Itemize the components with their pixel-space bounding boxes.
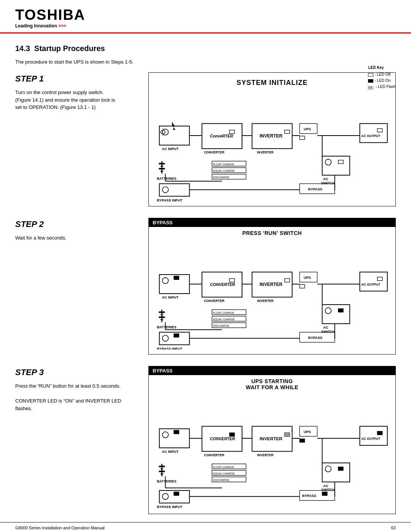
tagline: Leading Innovation >>> bbox=[15, 23, 396, 29]
svg-line-2 bbox=[370, 87, 371, 89]
svg-point-146 bbox=[325, 466, 331, 472]
svg-line-1 bbox=[369, 87, 370, 89]
svg-line-3 bbox=[371, 87, 372, 89]
svg-point-154 bbox=[162, 494, 169, 500]
step-2-section: STEP 2 Wait for a few seconds. BYPASS PR… bbox=[15, 218, 396, 355]
step-1-diagram-title: SYSTEM INITIALIZE bbox=[149, 73, 395, 93]
svg-text:FLOAT CHARGE: FLOAT CHARGE bbox=[213, 311, 234, 314]
svg-text:UPS: UPS bbox=[304, 430, 311, 434]
svg-text:BYPASS: BYPASS bbox=[308, 187, 322, 191]
svg-text:BYPASS INPUT: BYPASS INPUT bbox=[157, 505, 183, 509]
svg-rect-145 bbox=[322, 463, 350, 482]
svg-text:EQUAL CHARGE: EQUAL CHARGE bbox=[213, 472, 235, 475]
step-2-diagram-header: BYPASS bbox=[149, 218, 395, 227]
svg-text:CONVERTER: CONVERTER bbox=[204, 299, 225, 303]
svg-text:AC: AC bbox=[323, 484, 328, 488]
step-3-label: STEP 3 bbox=[15, 366, 137, 379]
svg-text:INVERTER: INVERTER bbox=[257, 453, 274, 457]
svg-text:BATTERIES: BATTERIES bbox=[157, 325, 176, 329]
svg-text:INVERTER: INVERTER bbox=[260, 436, 282, 441]
svg-text:AC OUTPUT: AC OUTPUT bbox=[361, 437, 381, 441]
step-1-text: STEP 1 Turn on the control power supply … bbox=[15, 72, 137, 111]
svg-point-50 bbox=[162, 187, 169, 193]
svg-rect-150 bbox=[360, 426, 387, 445]
step-3-section: STEP 3 Press the “RUN” button for at lea… bbox=[15, 366, 396, 514]
svg-rect-115 bbox=[174, 430, 179, 434]
svg-text:DISCHARGE: DISCHARGE bbox=[213, 478, 229, 482]
svg-text:SWITCH: SWITCH bbox=[321, 329, 335, 333]
svg-text:INVERTER: INVERTER bbox=[260, 133, 282, 139]
step-3-diagram-header: BYPASS bbox=[149, 366, 395, 375]
svg-point-101 bbox=[162, 335, 169, 341]
led-key: LED Key - LED Off - LED On - LED Flash bbox=[368, 65, 396, 90]
step-1-diagram: SYSTEM INITIALIZE AC INPUT bbox=[148, 72, 396, 206]
svg-text:UPS: UPS bbox=[304, 127, 311, 131]
svg-text:BYPASS INPUT: BYPASS INPUT bbox=[157, 347, 183, 350]
step-2-diagram-title: PRESS 'RUN' SWITCH bbox=[149, 227, 395, 241]
footer-right: 63 bbox=[391, 526, 396, 530]
main-content: 14.3 Startup Procedures The procedure to… bbox=[0, 34, 411, 532]
svg-rect-158 bbox=[322, 492, 327, 495]
svg-text:BATTERIES: BATTERIES bbox=[157, 177, 176, 181]
svg-rect-66 bbox=[229, 278, 234, 282]
svg-text:INVERTER: INVERTER bbox=[257, 299, 274, 303]
svg-text:FLOAT CHARGE: FLOAT CHARGE bbox=[213, 163, 234, 166]
svg-point-42 bbox=[325, 159, 331, 165]
intro-text: The procedure to start the UPS is shown … bbox=[15, 59, 396, 65]
svg-text:CONVERTER: CONVERTER bbox=[210, 436, 235, 441]
svg-text:SWITCH: SWITCH bbox=[321, 181, 335, 185]
svg-rect-92 bbox=[322, 305, 350, 324]
svg-text:EQUAL CHARGE: EQUAL CHARGE bbox=[213, 169, 235, 173]
step-3-diagram-title: UPS STARTINGWAIT FOR A WHILE bbox=[149, 375, 395, 396]
svg-text:AC INPUT: AC INPUT bbox=[162, 147, 178, 151]
svg-text:1: 1 bbox=[291, 429, 293, 433]
svg-point-61 bbox=[162, 277, 169, 283]
svg-rect-49 bbox=[159, 184, 190, 196]
svg-rect-118 bbox=[229, 433, 234, 436]
svg-point-93 bbox=[325, 307, 331, 313]
toshiba-logo: TOSHIBA bbox=[15, 7, 396, 23]
svg-rect-152 bbox=[377, 431, 382, 435]
step-3-svg: AC INPUT CONVERTER CONVERTER BATTERI bbox=[149, 396, 395, 514]
svg-text:CONVERTER: CONVERTER bbox=[210, 282, 235, 287]
svg-rect-16 bbox=[229, 130, 234, 134]
svg-rect-96 bbox=[338, 308, 343, 312]
svg-rect-99 bbox=[378, 277, 382, 280]
svg-rect-90 bbox=[299, 284, 304, 288]
svg-text:AC OUTPUT: AC OUTPUT bbox=[361, 134, 381, 138]
step-2-diagram: BYPASS PRESS 'RUN' SWITCH AC INPUT CONVE… bbox=[148, 218, 396, 355]
section-heading: 14.3 Startup Procedures bbox=[15, 44, 396, 53]
svg-text:SWITCH: SWITCH bbox=[321, 488, 335, 492]
svg-text:BYPASS INPUT: BYPASS INPUT bbox=[157, 198, 183, 201]
svg-rect-48 bbox=[378, 129, 382, 132]
step-2-svg: AC INPUT CONVERTER CONVERTER BATTERI bbox=[149, 241, 395, 355]
svg-text:INVERTER: INVERTER bbox=[260, 282, 282, 287]
footer-left: G8000 Series Installation and Operation … bbox=[15, 526, 105, 530]
page-footer: G8000 Series Installation and Operation … bbox=[0, 522, 411, 532]
svg-text:BYPASS: BYPASS bbox=[302, 494, 316, 498]
svg-rect-149 bbox=[338, 467, 343, 470]
svg-text:BATTERIES: BATTERIES bbox=[157, 479, 176, 483]
svg-text:AC: AC bbox=[323, 177, 328, 181]
svg-rect-63 bbox=[174, 276, 179, 279]
svg-rect-46 bbox=[360, 123, 387, 142]
svg-text:BYPASS: BYPASS bbox=[308, 335, 322, 339]
svg-text:AC: AC bbox=[323, 326, 328, 329]
step-3-diagram: BYPASS UPS STARTINGWAIT FOR A WHILE AC I… bbox=[148, 366, 396, 514]
svg-text:FLOAT CHARGE: FLOAT CHARGE bbox=[213, 465, 234, 469]
svg-text:DISCHARGE: DISCHARGE bbox=[213, 176, 229, 179]
svg-rect-41 bbox=[322, 156, 350, 175]
step-1-section: STEP 1 Turn on the control power supply … bbox=[15, 72, 396, 206]
svg-text:UPS: UPS bbox=[304, 275, 311, 279]
step-3-text: STEP 3 Press the “RUN” button for at lea… bbox=[15, 366, 137, 412]
svg-rect-39 bbox=[299, 136, 304, 139]
svg-rect-85 bbox=[285, 278, 290, 282]
svg-text:CONVERTER: CONVERTER bbox=[204, 150, 225, 154]
svg-rect-143 bbox=[299, 439, 304, 442]
step-1-label: STEP 1 bbox=[15, 72, 137, 85]
svg-text:CONVERTER: CONVERTER bbox=[204, 453, 225, 457]
svg-text:AC INPUT: AC INPUT bbox=[162, 296, 178, 299]
svg-rect-102 bbox=[174, 334, 179, 337]
svg-rect-45 bbox=[338, 160, 343, 164]
svg-text:DISCHARGE: DISCHARGE bbox=[213, 324, 229, 327]
